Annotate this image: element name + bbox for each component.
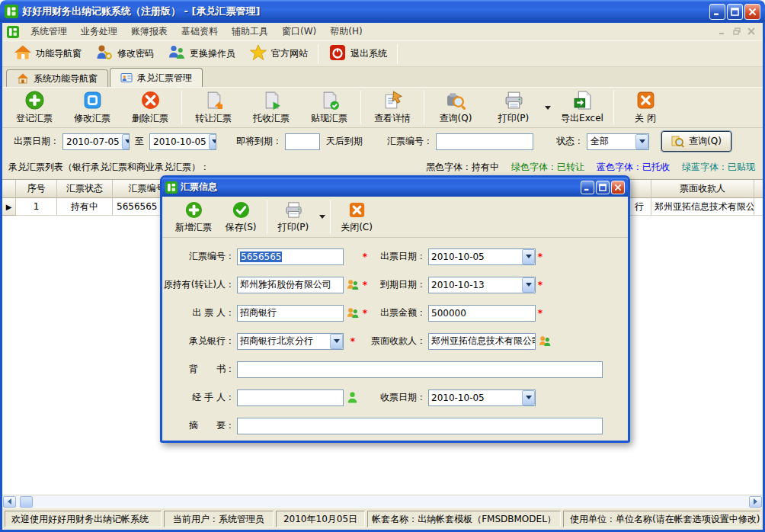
collect-bill-button[interactable]: 托收汇票 — [242, 88, 300, 127]
toolbar-separator — [267, 200, 267, 234]
discount-bill-button[interactable]: 贴现汇票 — [300, 88, 358, 127]
dropdown-arrow-icon[interactable] — [522, 277, 535, 293]
exit-button[interactable]: 退出系统 — [322, 41, 394, 66]
close-icon[interactable] — [744, 4, 760, 20]
close-module-button[interactable]: 关 闭 — [616, 88, 674, 127]
mdi-restore-icon[interactable] — [731, 26, 742, 37]
dialog-print-dropdown-button[interactable] — [317, 200, 328, 234]
receive-date-field[interactable]: 2010-10-05 — [428, 389, 536, 406]
date-from-combo[interactable]: 2010-07-05 — [62, 133, 130, 150]
due-date-field[interactable]: 2010-10-13 — [428, 277, 536, 293]
transfer-doc-icon — [203, 90, 224, 111]
view-detail-button[interactable]: 查看详情 — [363, 88, 421, 127]
dropdown-arrow-icon[interactable] — [522, 390, 535, 405]
toolbar-separator — [360, 91, 361, 124]
handler-field[interactable] — [237, 389, 344, 406]
bill-info-dialog: 汇票信息 新增汇票 保存(S) 打印(P) 关闭(C) 汇票编号 — [160, 175, 630, 443]
register-bill-button[interactable]: 登记汇票 — [5, 88, 63, 127]
row-marker: ▶ — [2, 198, 16, 216]
orig-holder-lookup-button[interactable] — [344, 278, 360, 291]
menu-business[interactable]: 业务处理 — [74, 24, 124, 40]
payee-lookup-button[interactable] — [536, 335, 552, 348]
maximize-icon[interactable] — [727, 4, 743, 20]
change-password-button[interactable]: 修改密码 — [88, 41, 161, 66]
tab-bill-management[interactable]: 承兑汇票管理 — [110, 68, 203, 87]
dropdown-arrow-icon[interactable] — [330, 334, 343, 349]
status-welcome: 欢迎使用好好用财务出纳记帐系统 — [5, 511, 162, 527]
dialog-close-icon[interactable] — [611, 181, 625, 194]
query-button[interactable]: 查询(Q) — [427, 88, 485, 127]
mdi-minimize-icon[interactable] — [716, 26, 728, 37]
scrollbar-thumb[interactable] — [20, 496, 33, 508]
status-date: 2010年10月05日 — [276, 511, 365, 527]
endorse-field[interactable] — [237, 361, 603, 378]
dialog-title: 汇票信息 — [181, 181, 581, 194]
col-seq[interactable]: 序号 — [16, 180, 57, 198]
scroll-right-icon[interactable] — [749, 496, 762, 508]
dropdown-arrow-icon[interactable] — [209, 134, 216, 149]
billno-field[interactable]: 5656565 — [237, 248, 344, 265]
transfer-bill-button[interactable]: 转让汇票 — [184, 88, 242, 127]
drawer-field-label: 出 票 人： — [162, 306, 235, 319]
dropdown-arrow-icon[interactable] — [522, 249, 535, 264]
scroll-left-icon[interactable] — [3, 496, 16, 508]
delete-bill-button[interactable]: 删除汇票 — [121, 88, 179, 127]
tab-nav-window[interactable]: 系统功能导航窗 — [6, 69, 108, 87]
change-operator-button[interactable]: 更换操作员 — [161, 41, 242, 66]
due-days-input[interactable] — [285, 133, 320, 150]
discount-doc-icon — [319, 90, 340, 111]
orig-holder-field[interactable]: 郑州雅拓股份有限公司 — [237, 277, 344, 293]
date-to-combo[interactable]: 2010-10-05 — [149, 133, 216, 150]
menu-books[interactable]: 账簿报表 — [124, 24, 174, 40]
bill-card-icon — [120, 72, 133, 84]
legend-collected: 蓝色字体：已托收 — [597, 161, 670, 174]
menu-help[interactable]: 帮助(H) — [323, 24, 369, 40]
dialog-maximize-icon[interactable] — [596, 181, 610, 194]
query-filter-button[interactable]: 查询(Q) — [661, 131, 731, 152]
add-bill-button[interactable]: 新增汇票 — [170, 200, 217, 234]
print-dropdown-button[interactable] — [543, 91, 553, 124]
dialog-print-button[interactable]: 打印(P) — [270, 200, 317, 234]
required-mark: * — [360, 280, 370, 290]
dialog-close-button[interactable]: 关闭(C) — [333, 200, 380, 234]
menu-tools[interactable]: 辅助工具 — [225, 24, 275, 40]
status-book: 帐套名称：出纳帐套模板（FMSDBMODEL） — [367, 511, 561, 527]
acceptor-field[interactable]: 招商银行北京分行 — [237, 333, 344, 350]
mdi-close-icon[interactable] — [745, 26, 757, 37]
status-combo[interactable]: 全部 — [587, 133, 649, 150]
menu-basedata[interactable]: 基础资料 — [174, 24, 225, 40]
print-button[interactable]: 打印(P) — [485, 88, 543, 127]
dropdown-arrow-icon[interactable] — [635, 134, 648, 149]
status-unit: 使用单位：单位名称(请在帐套选项设置中修改) — [563, 511, 760, 527]
bill-toolbar: 登记汇票 修改汇票 删除汇票 转让汇票 托收汇票 贴现汇票 查看详情 — [2, 87, 763, 128]
dialog-minimize-icon[interactable] — [581, 181, 594, 194]
drawer-lookup-button[interactable] — [344, 306, 360, 319]
minimize-icon[interactable] — [709, 4, 725, 20]
person-icon — [346, 391, 359, 404]
drawer-field[interactable]: 招商银行 — [237, 305, 344, 322]
modify-bill-button[interactable]: 修改汇票 — [63, 88, 121, 127]
menubar: 系统管理 业务处理 账簿报表 基础资料 辅助工具 窗口(W) 帮助(H) — [2, 23, 763, 41]
menu-window[interactable]: 窗口(W) — [275, 24, 323, 40]
caret-down-icon — [545, 106, 551, 110]
dropdown-arrow-icon[interactable] — [122, 134, 130, 149]
users-icon — [168, 43, 186, 64]
summary-field[interactable] — [237, 418, 603, 434]
col-status[interactable]: 汇票状态 — [57, 180, 113, 198]
website-button[interactable]: 官方网站 — [242, 41, 315, 66]
payee-field[interactable]: 郑州亚拓信息技术有限公司 — [428, 333, 536, 350]
issue-date-label: 出票日期： — [14, 135, 59, 148]
amount-field[interactable]: 500000 — [428, 305, 536, 322]
legend-transferred: 绿色字体：已转让 — [511, 161, 584, 174]
export-excel-button[interactable]: 导出Excel — [553, 88, 611, 127]
status-label: 状态： — [556, 135, 584, 148]
billno-input[interactable] — [436, 133, 533, 150]
menu-system[interactable]: 系统管理 — [24, 24, 74, 40]
save-button[interactable]: 保存(S) — [217, 200, 264, 234]
contacts-icon — [346, 278, 359, 291]
horizontal-scrollbar[interactable] — [2, 495, 763, 508]
col-payee[interactable]: 票面收款人 — [651, 180, 754, 198]
handler-lookup-button[interactable] — [344, 391, 360, 404]
nav-window-button[interactable]: 功能导航窗 — [7, 41, 88, 66]
issue-date-field[interactable]: 2010-10-05 — [428, 248, 536, 265]
